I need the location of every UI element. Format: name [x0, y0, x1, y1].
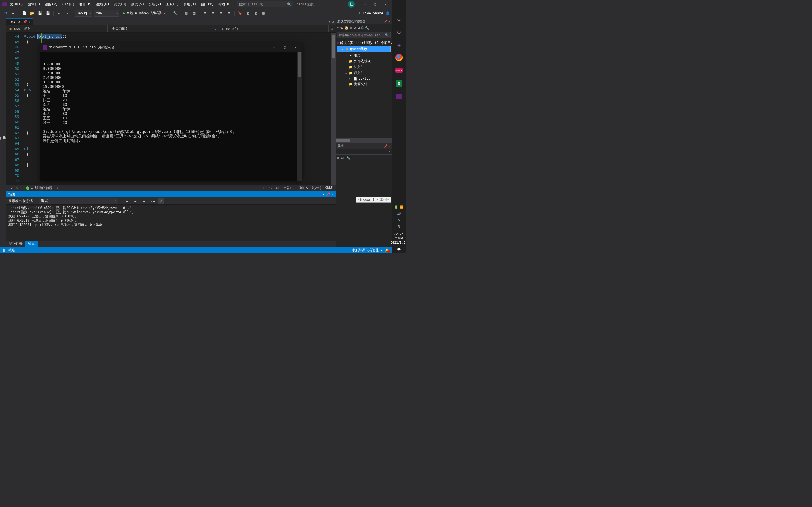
status-tabs[interactable]: 制表符	[312, 186, 321, 190]
se-home-icon[interactable]: ⌂	[337, 26, 339, 30]
console-body[interactable]: 0.8000000.9000001.5000002.4000008.300000…	[40, 52, 302, 180]
menu-file[interactable]: 文件(F)	[8, 1, 25, 8]
comment-button[interactable]: ≡	[218, 10, 224, 16]
se-tool-5[interactable]: ⎙	[361, 26, 363, 30]
se-tool-2[interactable]: 🏠	[345, 26, 349, 30]
se-search-input[interactable]: 搜索解决方案资源管理器(Ctrl+ 🔍	[337, 32, 391, 38]
nav-fwd-button[interactable]: →	[10, 10, 16, 16]
solution-tree[interactable]: ▣解决方案"qsort函数"(1 个项目/共 ◢▣qsort函数 ▷▪引用 ▷📁…	[336, 40, 392, 138]
tool-btn-3[interactable]: ▥	[191, 10, 197, 16]
se-wrench-icon[interactable]: 🔧	[365, 26, 369, 30]
tool-btn-7[interactable]: ◱	[253, 10, 259, 16]
nav-member-dropdown[interactable]: ◉ main()	[218, 25, 329, 33]
tab-settings-icon[interactable]: ⚙	[332, 20, 334, 24]
scroll-thumb[interactable]	[332, 36, 335, 58]
menu-window[interactable]: 窗口(W)	[199, 1, 215, 8]
taskbar-vs2-icon[interactable]	[395, 93, 403, 100]
tab-dropdown-icon[interactable]: ▾	[329, 20, 331, 24]
menu-extensions[interactable]: 扩展(X)	[182, 1, 198, 8]
tool-btn-1[interactable]: 🔧	[172, 10, 179, 16]
tool-btn-4[interactable]: ≡	[202, 10, 208, 16]
pin-icon[interactable]: 📌	[23, 20, 27, 24]
output-tool-1[interactable]: ≣	[124, 198, 130, 204]
menu-test[interactable]: 测试(S)	[130, 1, 146, 8]
zoom-dropdown[interactable]: 123 % ▾	[9, 186, 22, 190]
props-dropdown-icon[interactable]: ▾	[381, 145, 383, 148]
props-close-icon[interactable]: ✕	[389, 145, 390, 148]
close-button[interactable]: ✕	[381, 1, 390, 7]
output-wrap-toggle[interactable]: ↩	[158, 198, 164, 204]
se-tool-1[interactable]: ⟲	[340, 26, 343, 30]
user-avatar[interactable]: 杜	[348, 1, 355, 8]
menu-tools[interactable]: 工具(T)	[164, 1, 181, 8]
bookmark-button[interactable]: 🔖	[237, 10, 243, 16]
se-hscrollbar[interactable]	[336, 138, 392, 143]
menu-analyze[interactable]: 分析(N)	[147, 1, 163, 8]
tree-external[interactable]: ▷📁外部依赖项	[337, 58, 391, 64]
open-button[interactable]: 📂	[29, 10, 35, 16]
taskbar-msdn-icon[interactable]: msdn	[395, 66, 403, 74]
tab-text-c[interactable]: text.c 📌 ✕	[6, 18, 33, 25]
ink-icon[interactable]: ✎	[398, 218, 400, 222]
output-source-dropdown[interactable]: 调试	[39, 198, 118, 204]
console-vscrollbar[interactable]	[297, 52, 302, 180]
editor-hscrollbar[interactable]: ◀▶	[56, 186, 265, 190]
nav-back-button[interactable]: ⟲	[2, 10, 8, 16]
left-tab-solution[interactable]: 解决方案资源管理器	[2, 20, 6, 247]
menu-edit[interactable]: 编辑(E)	[26, 1, 42, 8]
menu-git[interactable]: Git(G)	[61, 1, 76, 7]
props-cat-icon[interactable]: ▦	[337, 156, 339, 160]
left-tab-toolbox[interactable]: 工具箱	[0, 22, 2, 247]
add-source-control[interactable]: 添加到源代码管理 ▴	[352, 248, 383, 252]
tab-close-icon[interactable]: ✕	[29, 20, 31, 23]
tree-headers[interactable]: 📁头文件	[337, 64, 391, 70]
redo-button[interactable]: ↷	[64, 10, 70, 16]
se-tool-4[interactable]: ⇄	[358, 26, 360, 30]
output-close-icon[interactable]: ✕	[331, 192, 333, 196]
code-editor[interactable]: 4445464748495051525354555657585960616263…	[6, 33, 336, 185]
output-tool-2[interactable]: ≣	[133, 198, 139, 204]
tab-output[interactable]: 输出	[26, 240, 38, 247]
taskbar-clock[interactable]: 22:24 星期四 2021/3/25	[391, 232, 406, 245]
volume-icon[interactable]: 🔊	[397, 212, 401, 216]
props-wrench-icon[interactable]: 🔧	[347, 156, 351, 160]
se-tool-3[interactable]: ▤	[350, 26, 352, 30]
tool-btn-6[interactable]: ◱	[245, 10, 251, 16]
se-refresh-icon[interactable]: ⟳	[354, 26, 356, 30]
output-dropdown-icon[interactable]: ▾	[323, 192, 325, 196]
output-clear[interactable]: ✕≣	[149, 198, 156, 204]
menu-view[interactable]: 视图(V)	[43, 1, 59, 8]
nav-scope-dropdown[interactable]: (全局范围)	[108, 25, 218, 33]
tool-btn-2[interactable]: ▦	[183, 10, 190, 16]
cortana-icon[interactable]: ◯	[395, 27, 403, 36]
liveshare-button[interactable]: Live Share	[363, 11, 383, 15]
console-close[interactable]: ✕	[291, 45, 300, 49]
minimize-button[interactable]: ─	[361, 1, 369, 7]
props-combo[interactable]: ▾	[336, 149, 392, 155]
console-maximize[interactable]: ▢	[281, 45, 289, 49]
output-tool-3[interactable]: ≣	[141, 198, 147, 204]
tab-error-list[interactable]: 错误列表	[6, 240, 26, 247]
tool-btn-8[interactable]: ◱	[260, 10, 267, 16]
menu-project[interactable]: 项目(P)	[77, 1, 94, 8]
output-body[interactable]: "qsort函数.exe"(Win32): 已加载"C:\Windows\Sys…	[6, 205, 336, 240]
start-debug-button[interactable]: ▶ 本地 Windows 调试器 ▾	[121, 10, 167, 17]
tree-references[interactable]: ▷▪引用	[337, 52, 391, 58]
left-sidebar-tabs[interactable]: 解决方案资源管理器 工具箱	[0, 18, 6, 247]
lang-indicator[interactable]: 英	[398, 225, 401, 229]
props-az-icon[interactable]: A↓	[341, 156, 345, 160]
tree-solution[interactable]: ▣解决方案"qsort函数"(1 个项目/共	[337, 40, 391, 46]
taskbar-vs-icon[interactable]: ◈	[395, 41, 403, 48]
no-issues-indicator[interactable]: ✓未找到相关问题	[26, 186, 52, 190]
tree-file-text-c[interactable]: ▷📄text.c	[337, 76, 391, 81]
editor-vscrollbar[interactable]	[331, 33, 336, 185]
config-dropdown[interactable]: Debug	[75, 10, 92, 17]
tool-btn-5[interactable]: ≡	[210, 10, 216, 16]
se-close-icon[interactable]: ✕	[389, 20, 390, 23]
nav-project-dropdown[interactable]: ▣ qsort函数	[6, 25, 108, 33]
search-input[interactable]: 搜索 (Ctrl+Q) 🔍	[237, 1, 293, 7]
nav-swap-button[interactable]: ⇄	[329, 25, 336, 33]
taskbar-excel-icon[interactable]: X	[395, 79, 403, 87]
account-icon[interactable]: 👤	[386, 11, 390, 15]
se-pin-icon[interactable]: 📌	[384, 20, 388, 23]
